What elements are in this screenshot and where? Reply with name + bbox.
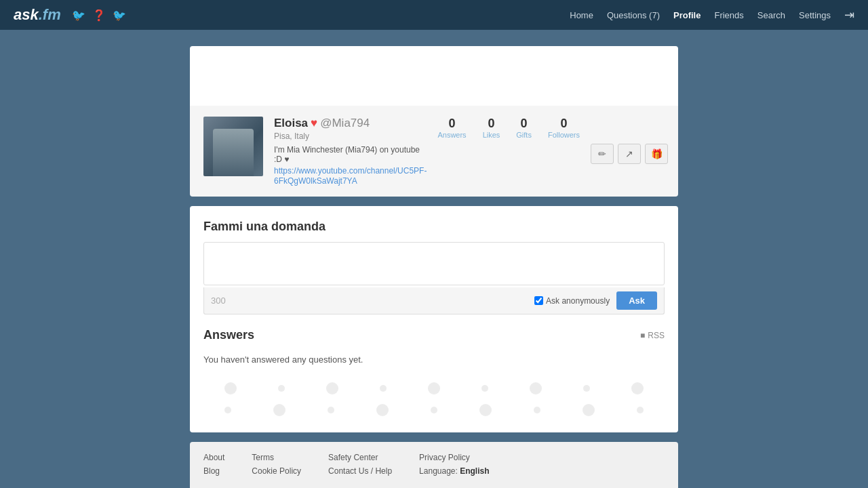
answers-header: Answers ■ RSS	[203, 328, 665, 342]
gift-button[interactable]: 🎁	[645, 144, 668, 164]
display-name: Eloisa	[274, 117, 308, 130]
twitter-icon-1[interactable]: 🐦	[72, 9, 85, 22]
help-icon[interactable]: ❓	[92, 9, 106, 22]
footer-card: About Blog Terms Cookie Policy Safety Ce…	[190, 442, 678, 488]
dot-sm	[481, 385, 488, 392]
navbar-links: Home Questions (7) Profile Friends Searc…	[570, 7, 854, 22]
avatar	[203, 117, 263, 176]
profile-card: Eloisa ♥ @Mia794 Pisa, Italy I'm Mia Win…	[190, 106, 678, 197]
ask-button[interactable]: Ask	[616, 291, 657, 310]
content-card: Fammi una domanda 300 Ask anonymously As…	[190, 206, 678, 432]
footer-lang-value[interactable]: English	[460, 466, 489, 476]
avatar-image	[203, 117, 263, 176]
nav-friends[interactable]: Friends	[714, 10, 743, 20]
footer-safety[interactable]: Safety Center	[328, 453, 392, 462]
stat-likes: 0 Likes	[483, 117, 500, 139]
likes-label[interactable]: Likes	[483, 131, 500, 139]
dot	[428, 382, 440, 394]
nav-profile[interactable]: Profile	[673, 10, 701, 20]
heart-icon: ♥	[311, 117, 317, 130]
profile-stats: 0 Answers 0 Likes 0 Gifts 0 Followers	[437, 117, 580, 139]
footer-blog[interactable]: Blog	[203, 466, 224, 476]
profile-link[interactable]: https://www.youtube.com/channel/UC5PF-6F…	[274, 166, 427, 186]
dot-sm	[534, 407, 540, 413]
dot	[583, 404, 595, 416]
nav-search[interactable]: Search	[757, 10, 785, 20]
ask-input[interactable]	[203, 242, 665, 285]
footer-links-row: About Blog Terms Cookie Policy Safety Ce…	[203, 453, 665, 476]
profile-handle: @Mia794	[320, 117, 370, 130]
followers-count: 0	[560, 117, 567, 131]
profile-actions: ✏ ↗ 🎁	[591, 144, 668, 164]
no-answers-text: You haven't answered any questions yet.	[203, 349, 665, 375]
profile-location: Pisa, Italy	[274, 131, 427, 141]
decorative-dots-row1	[203, 375, 665, 397]
nav-home[interactable]: Home	[570, 10, 593, 20]
rss-label: RSS	[648, 331, 665, 340]
footer-terms[interactable]: Terms	[252, 453, 301, 462]
dot	[224, 382, 237, 394]
dot-sm	[380, 385, 387, 392]
logout-button[interactable]: ⇥	[844, 7, 854, 22]
social-instagram[interactable]: ig	[250, 484, 266, 488]
ask-title: Fammi una domanda	[203, 220, 665, 234]
dot-sm	[278, 385, 285, 392]
dot-sm	[583, 385, 590, 392]
profile-name: Eloisa ♥ @Mia794	[274, 117, 427, 130]
twitter-icon-2[interactable]: 🐦	[113, 9, 126, 22]
nav-questions[interactable]: Questions (7)	[607, 10, 660, 20]
stat-followers: 0 Followers	[548, 117, 580, 139]
answers-title: Answers	[203, 328, 254, 342]
stat-answers: 0 Answers	[437, 117, 466, 139]
social-twitter[interactable]: t	[226, 484, 243, 488]
answers-count: 0	[449, 117, 456, 131]
footer-col-1: About Blog	[203, 453, 224, 476]
footer-language: Language: English	[419, 466, 489, 476]
dot	[273, 404, 285, 416]
gifts-count: 0	[521, 117, 528, 131]
footer-col-2: Terms Cookie Policy	[252, 453, 301, 476]
char-count: 300	[211, 296, 226, 306]
dot	[479, 404, 492, 416]
edit-button[interactable]: ✏	[591, 144, 614, 164]
avatar-silhouette	[213, 129, 254, 176]
stat-gifts: 0 Gifts	[516, 117, 532, 139]
page-wrapper: Eloisa ♥ @Mia794 Pisa, Italy I'm Mia Win…	[190, 37, 678, 488]
footer-about[interactable]: About	[203, 453, 224, 462]
dot-sm	[431, 407, 437, 413]
profile-info: Eloisa ♥ @Mia794 Pisa, Italy I'm Mia Win…	[274, 117, 427, 186]
profile-banner	[190, 46, 678, 106]
footer-cookie[interactable]: Cookie Policy	[252, 466, 301, 476]
rss-link[interactable]: ■ RSS	[640, 331, 665, 340]
social-facebook[interactable]: f	[203, 484, 220, 488]
action-buttons: ✏ ↗ 🎁	[591, 144, 668, 164]
footer-col-4: Privacy Policy Language: English	[419, 453, 489, 476]
footer-social: f t ig a	[203, 484, 665, 488]
footer-contact[interactable]: Contact Us / Help	[328, 466, 392, 476]
anon-text: Ask anonymously	[546, 296, 610, 306]
navbar-social-icons: 🐦 ❓ 🐦	[72, 9, 126, 22]
anon-label[interactable]: Ask anonymously	[534, 296, 610, 306]
share-button[interactable]: ↗	[618, 144, 641, 164]
nav-settings[interactable]: Settings	[799, 10, 831, 20]
dot-sm	[328, 407, 334, 413]
answers-label[interactable]: Answers	[437, 131, 466, 139]
dot	[530, 382, 542, 394]
navbar: ask.fm 🐦 ❓ 🐦 Home Questions (7) Profile …	[0, 0, 868, 30]
gifts-label[interactable]: Gifts	[516, 131, 532, 139]
dot-sm	[224, 407, 231, 413]
footer-privacy[interactable]: Privacy Policy	[419, 453, 489, 462]
ask-bar: 300 Ask anonymously Ask	[203, 287, 665, 314]
profile-bio: I'm Mia Winchester (Mia794) on youtube :…	[274, 145, 427, 164]
page-outer: Eloisa ♥ @Mia794 Pisa, Italy I'm Mia Win…	[0, 30, 868, 488]
dot	[376, 404, 389, 416]
site-logo[interactable]: ask.fm	[14, 6, 61, 24]
footer-col-3: Safety Center Contact Us / Help	[328, 453, 392, 476]
anon-checkbox[interactable]	[534, 296, 543, 305]
dot-sm	[637, 407, 644, 413]
dot	[631, 382, 644, 394]
social-ask[interactable]: a	[273, 484, 289, 488]
ask-right: Ask anonymously Ask	[534, 291, 657, 310]
dot	[326, 382, 338, 394]
followers-label[interactable]: Followers	[548, 131, 580, 139]
